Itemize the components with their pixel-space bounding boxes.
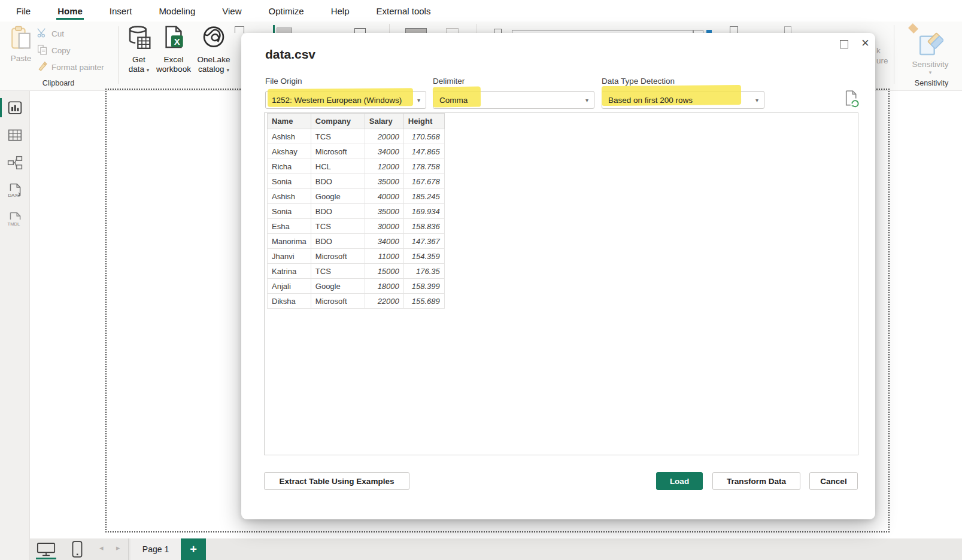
table-cell: 170.568	[403, 129, 444, 144]
table-cell: Richa	[268, 159, 311, 174]
file-origin-label: File Origin	[265, 77, 302, 86]
menu-modeling[interactable]: Modeling	[157, 2, 196, 20]
table-cell: 158.836	[403, 219, 444, 234]
table-cell: 155.689	[403, 294, 444, 309]
group-divider	[118, 26, 119, 84]
tmdl-view-button[interactable]: TMDL	[7, 212, 23, 229]
table-cell: Diksha	[268, 294, 311, 309]
table-cell: 40000	[365, 189, 403, 204]
format-painter-icon	[37, 61, 47, 73]
menubar: File Home Insert Modeling View Optimize …	[0, 0, 962, 22]
column-header: Name	[268, 114, 311, 129]
data-type-detection-label: Data Type Detection	[602, 77, 675, 86]
table-view-button[interactable]	[7, 127, 23, 144]
format-painter-button[interactable]: Format painter	[37, 61, 104, 73]
menu-help[interactable]: Help	[330, 2, 351, 20]
table-cell: Microsoft	[311, 249, 365, 264]
table-cell: Microsoft	[311, 144, 365, 159]
previous-page-icon[interactable]: ◂	[99, 543, 104, 552]
maximize-button[interactable]	[840, 40, 848, 48]
desktop-view-button[interactable]	[36, 542, 56, 559]
table-row: AshishGoogle40000185.245	[268, 189, 445, 204]
table-cell: Esha	[268, 219, 311, 234]
table-cell: 178.758	[403, 159, 444, 174]
table-row: RichaHCL12000178.758	[268, 159, 445, 174]
table-cell: TCS	[311, 219, 365, 234]
model-view-button[interactable]	[7, 154, 23, 171]
paste-icon	[10, 25, 32, 54]
bar-chart-icon	[7, 100, 23, 115]
load-button[interactable]: Load	[656, 472, 703, 490]
table-cell: BDO	[311, 204, 365, 219]
dax-query-view-button[interactable]: DAX	[7, 183, 23, 200]
table-row: EshaTCS30000158.836	[268, 219, 445, 234]
table-cell: Jhanvi	[268, 249, 311, 264]
column-header: Salary	[365, 114, 403, 129]
onelake-icon	[201, 25, 226, 55]
get-data-button[interactable]: Get data ▾	[123, 25, 154, 75]
menu-insert[interactable]: Insert	[108, 2, 133, 20]
svg-text:X: X	[174, 37, 180, 47]
format-painter-label: Format painter	[51, 63, 104, 72]
ribbon-icon-fragment	[273, 25, 275, 33]
scissors-icon	[37, 28, 47, 39]
database-icon	[127, 25, 151, 55]
table-cell: 22000	[365, 294, 403, 309]
menu-external-tools[interactable]: External tools	[375, 2, 432, 20]
divider	[128, 538, 129, 560]
data-type-detection-dropdown[interactable]: Based on first 200 rows ▾	[602, 91, 764, 109]
copy-button[interactable]: Copy	[37, 44, 71, 57]
cut-label: Cut	[51, 29, 64, 38]
cut-button[interactable]: Cut	[37, 28, 64, 39]
table-cell: 35000	[365, 204, 403, 219]
table-row: SoniaBDO35000169.934	[268, 204, 445, 219]
sensitivity-button[interactable]: Sensitivity ▾	[904, 32, 957, 75]
cancel-button[interactable]: Cancel	[809, 472, 858, 490]
table-cell: 11000	[365, 249, 403, 264]
extract-table-button[interactable]: Extract Table Using Examples	[264, 472, 409, 490]
ribbon-icon-fragment	[730, 26, 738, 33]
next-page-icon[interactable]: ▸	[116, 543, 120, 552]
onelake-label-1: OneLake	[198, 55, 230, 65]
onelake-catalog-button[interactable]: OneLake catalog ▾	[193, 25, 235, 75]
excel-workbook-button[interactable]: X Excel workbook	[154, 25, 193, 74]
delimiter-dropdown[interactable]: Comma ▾	[433, 91, 594, 109]
menu-home[interactable]: Home	[56, 2, 84, 20]
table-cell: 20000	[365, 129, 403, 144]
table-cell: Sonia	[268, 204, 311, 219]
preview-table-body: AshishTCS20000170.568AkshayMicrosoft3400…	[268, 129, 445, 309]
get-data-label-2: data ▾	[129, 65, 150, 75]
quick-measure-label-fragment: k ure	[876, 45, 888, 66]
menu-view[interactable]: View	[221, 2, 242, 20]
add-page-button[interactable]: +	[181, 538, 206, 560]
model-icon	[7, 155, 23, 171]
table-row: SoniaBDO35000167.678	[268, 174, 445, 189]
clipboard-group-label: Clipboard	[12, 79, 105, 87]
page-tab[interactable]: Page 1	[131, 538, 181, 560]
table-cell: Akshay	[268, 144, 311, 159]
ribbon-icon-fragment	[277, 28, 292, 33]
refresh-file-icon[interactable]	[843, 90, 859, 110]
table-cell: Sonia	[268, 174, 311, 189]
file-origin-dropdown[interactable]: 1252: Western European (Windows) ▾	[265, 91, 426, 109]
svg-text:DAX: DAX	[8, 193, 18, 198]
paste-label: Paste	[11, 54, 32, 63]
table-cell: 34000	[365, 234, 403, 249]
transform-data-button[interactable]: Transform Data	[712, 472, 800, 490]
paste-button[interactable]: Paste	[6, 25, 36, 63]
table-row: AnjaliGoogle18000158.399	[268, 279, 445, 294]
table-row: AshishTCS20000170.568	[268, 129, 445, 144]
table-cell: Google	[311, 279, 365, 294]
close-icon[interactable]: ×	[861, 35, 869, 51]
table-cell: BDO	[311, 174, 365, 189]
copy-label: Copy	[51, 46, 71, 55]
report-view-button[interactable]	[7, 99, 23, 116]
group-divider	[894, 25, 894, 84]
table-cell: BDO	[311, 234, 365, 249]
mobile-view-button[interactable]	[71, 540, 84, 560]
table-cell: 15000	[365, 264, 403, 279]
table-cell: 12000	[365, 159, 403, 174]
menu-optimize[interactable]: Optimize	[268, 2, 305, 20]
menu-file[interactable]: File	[15, 2, 32, 20]
table-row: DikshaMicrosoft22000155.689	[268, 294, 445, 309]
